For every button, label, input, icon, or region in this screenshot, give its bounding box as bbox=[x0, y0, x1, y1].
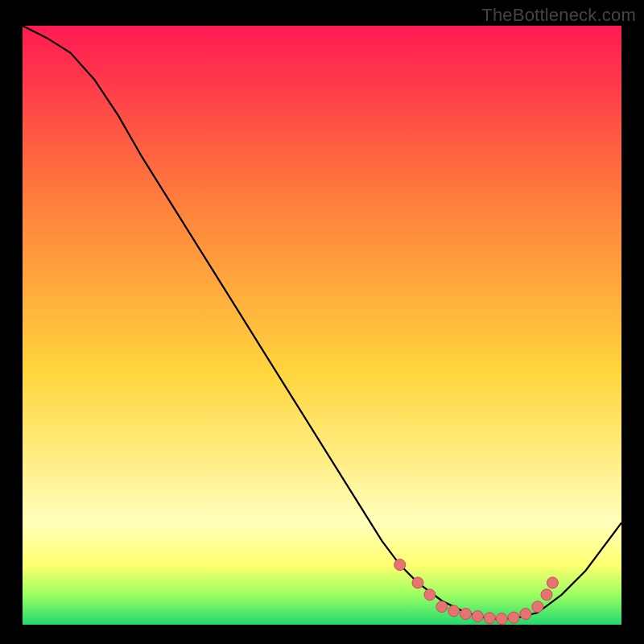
data-point bbox=[472, 611, 483, 622]
data-point bbox=[520, 609, 531, 620]
data-point bbox=[484, 613, 495, 624]
gradient-background bbox=[23, 26, 621, 625]
data-point bbox=[541, 589, 552, 601]
data-point bbox=[496, 613, 507, 625]
chart-container: { "watermark": "TheBottleneck.com", "col… bbox=[0, 0, 644, 644]
data-point bbox=[508, 612, 519, 623]
chart-svg bbox=[23, 26, 621, 625]
watermark-text: TheBottleneck.com bbox=[481, 5, 636, 26]
data-point bbox=[448, 605, 460, 617]
data-point bbox=[547, 577, 558, 588]
plot-area bbox=[23, 26, 621, 625]
data-point bbox=[460, 609, 472, 620]
data-point bbox=[424, 589, 436, 601]
data-point bbox=[394, 559, 406, 571]
data-point bbox=[412, 577, 423, 588]
data-point bbox=[436, 601, 448, 613]
data-point bbox=[532, 601, 543, 613]
